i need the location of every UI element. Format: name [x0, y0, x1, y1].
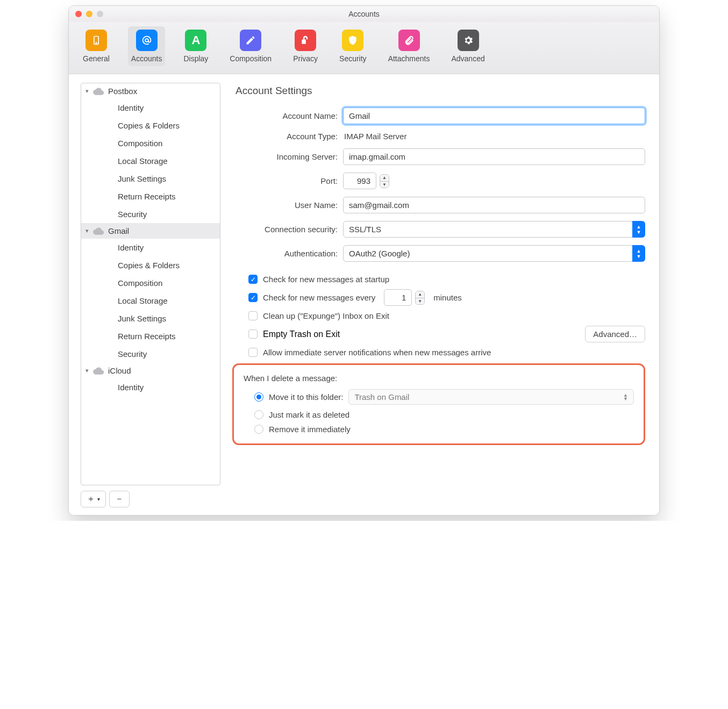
- at-icon: [136, 30, 158, 51]
- sidebar-item-junk[interactable]: Junk Settings: [81, 170, 220, 188]
- account-type-value: IMAP Mail Server: [343, 132, 406, 141]
- cloud-icon: [93, 88, 104, 95]
- tab-security[interactable]: Security: [336, 26, 370, 66]
- tab-label: Security: [339, 54, 367, 63]
- tab-label: Advanced: [451, 54, 484, 63]
- sidebar-item-copies[interactable]: Copies & Folders: [81, 117, 220, 134]
- account-name: Gmail: [108, 226, 129, 235]
- sidebar-item-local-storage[interactable]: Local Storage: [81, 292, 220, 310]
- label-expunge: Clean up ("Expunge") Inbox on Exit: [263, 311, 389, 320]
- privacy-icon: [295, 30, 316, 51]
- radio-remove-immediately[interactable]: [254, 425, 263, 434]
- checkbox-expunge[interactable]: [248, 311, 258, 320]
- tab-composition[interactable]: Composition: [226, 26, 275, 66]
- sidebar-item-local-storage[interactable]: Local Storage: [81, 152, 220, 170]
- sidebar-footer: ＋▾ －: [81, 491, 220, 507]
- chevron-down-icon: ▾: [85, 88, 89, 95]
- sidebar-item-composition[interactable]: Composition: [81, 274, 220, 292]
- select-value: Trash on Gmail: [354, 392, 409, 402]
- sidebar-item-identity[interactable]: Identity: [81, 378, 220, 396]
- account-settings-panel: Account Settings Account Name: Account T…: [227, 74, 659, 515]
- label-check-startup: Check for new messages at startup: [263, 275, 389, 284]
- phone-icon: [85, 30, 107, 51]
- sidebar-item-copies[interactable]: Copies & Folders: [81, 256, 220, 274]
- port-input[interactable]: [343, 173, 376, 189]
- radio-move-folder[interactable]: [254, 392, 263, 402]
- trash-folder-select[interactable]: Trash on Gmail ▲▼: [348, 389, 634, 405]
- sidebar-item-identity[interactable]: Identity: [81, 239, 220, 256]
- accounts-sidebar[interactable]: ▾ Postbox Identity Copies & Folders Comp…: [81, 83, 220, 485]
- advanced-button[interactable]: Advanced…: [585, 326, 645, 342]
- pencil-icon: [240, 30, 261, 51]
- tab-label: Composition: [230, 54, 272, 63]
- updown-icon: ▲▼: [623, 393, 628, 401]
- radio-mark-deleted[interactable]: [254, 410, 263, 419]
- label-connection-security: Connection security:: [232, 225, 338, 234]
- checkbox-check-interval[interactable]: ✓: [248, 293, 258, 302]
- chevron-up-icon[interactable]: ▲: [380, 175, 389, 181]
- select-value: SSL/TLS: [343, 221, 645, 238]
- label-mark-deleted: Just mark it as deleted: [269, 410, 349, 419]
- chevron-down-icon[interactable]: ▼: [416, 298, 424, 304]
- label-account-name: Account Name:: [232, 111, 338, 120]
- sidebar-item-security[interactable]: Security: [81, 205, 220, 223]
- tab-advanced[interactable]: Advanced: [448, 26, 488, 66]
- sidebar-item-junk[interactable]: Junk Settings: [81, 310, 220, 327]
- tab-label: General: [83, 54, 110, 63]
- delete-group-title: When I delete a message:: [244, 374, 634, 383]
- tab-accounts[interactable]: Accounts: [128, 26, 166, 66]
- svg-point-1: [96, 42, 97, 44]
- updown-icon: ▲▼: [632, 221, 645, 238]
- label-check-interval-post: minutes: [433, 293, 462, 302]
- label-port: Port:: [232, 176, 338, 185]
- account-name-input[interactable]: [343, 108, 645, 124]
- letter-icon: A: [185, 30, 206, 51]
- sidebar-item-receipts[interactable]: Return Receipts: [81, 188, 220, 205]
- authentication-select[interactable]: OAuth2 (Google) ▲▼: [343, 245, 645, 262]
- connection-security-select[interactable]: SSL/TLS ▲▼: [343, 221, 645, 238]
- label-incoming-server: Incoming Server:: [232, 152, 338, 161]
- cloud-icon: [93, 367, 104, 375]
- checkbox-push-notifications[interactable]: [248, 348, 258, 357]
- chevron-down-icon: ▾: [85, 227, 89, 234]
- chevron-up-icon[interactable]: ▲: [416, 291, 424, 298]
- user-name-input[interactable]: [343, 197, 645, 213]
- chevron-down-icon[interactable]: ▼: [380, 181, 389, 188]
- account-name: Postbox: [108, 87, 137, 96]
- add-account-button[interactable]: ＋▾: [81, 491, 106, 507]
- gear-icon: [458, 30, 479, 51]
- tab-display[interactable]: A Display: [180, 26, 211, 66]
- panel-heading: Account Settings: [235, 85, 645, 97]
- interval-minutes-input[interactable]: [384, 289, 412, 306]
- remove-account-button[interactable]: －: [109, 491, 130, 507]
- chevron-down-icon: ▾: [85, 367, 89, 374]
- shield-icon: [342, 30, 363, 51]
- checkbox-check-startup[interactable]: ✓: [248, 275, 258, 284]
- titlebar: Accounts: [69, 6, 659, 22]
- label-push-notifications: Allow immediate server notifications whe…: [263, 348, 491, 357]
- tab-label: Attachments: [388, 54, 430, 63]
- preferences-toolbar: General Accounts A Display Composition P…: [69, 22, 659, 74]
- sidebar-account-icloud[interactable]: ▾ iCloud: [81, 363, 220, 378]
- label-authentication: Authentication:: [232, 249, 338, 258]
- port-stepper[interactable]: ▲▼: [380, 174, 389, 188]
- tab-general[interactable]: General: [80, 26, 113, 66]
- tab-attachments[interactable]: Attachments: [385, 26, 433, 66]
- sidebar-item-identity[interactable]: Identity: [81, 99, 220, 117]
- sidebar-account-postbox[interactable]: ▾ Postbox: [81, 83, 220, 99]
- incoming-server-input[interactable]: [343, 148, 645, 165]
- sidebar-column: ▾ Postbox Identity Copies & Folders Comp…: [69, 74, 227, 515]
- label-check-interval-pre: Check for new messages every: [263, 293, 375, 302]
- sidebar-item-receipts[interactable]: Return Receipts: [81, 327, 220, 345]
- interval-stepper[interactable]: ▲▼: [415, 291, 425, 305]
- sidebar-item-security[interactable]: Security: [81, 345, 220, 363]
- sidebar-item-composition[interactable]: Composition: [81, 134, 220, 152]
- tab-label: Display: [183, 54, 208, 63]
- select-value: OAuth2 (Google): [343, 245, 645, 262]
- sidebar-account-gmail[interactable]: ▾ Gmail: [81, 223, 220, 239]
- cloud-icon: [93, 227, 104, 235]
- tab-label: Accounts: [131, 54, 162, 63]
- checkbox-empty-trash[interactable]: [248, 330, 258, 339]
- label-empty-trash: Empty Trash on Exit: [263, 330, 340, 339]
- tab-privacy[interactable]: Privacy: [290, 26, 321, 66]
